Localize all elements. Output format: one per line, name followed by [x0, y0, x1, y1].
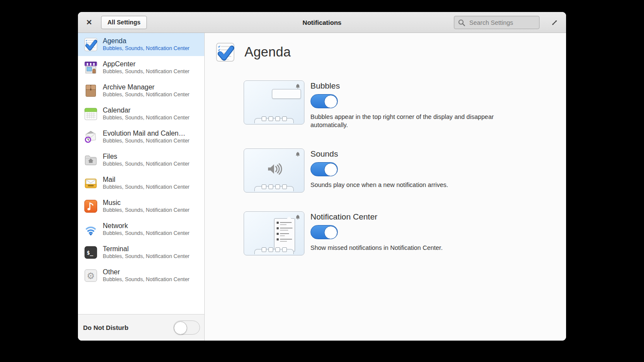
sidebar-item-other[interactable]: ⚙OtherBubbles, Sounds, Notification Cent…: [78, 264, 204, 287]
dock-shape: [244, 247, 304, 254]
app-notification-types: Bubbles, Sounds, Notification Center: [103, 45, 190, 52]
do-not-disturb-label: Do Not Disturb: [83, 324, 128, 331]
speaker-icon: [244, 162, 304, 176]
app-name: Music: [103, 199, 190, 207]
sidebar-item-calendar[interactable]: CalendarBubbles, Sounds, Notification Ce…: [78, 102, 204, 125]
app-name: Archive Manager: [103, 83, 190, 91]
app-name: Other: [103, 268, 190, 276]
desktop-background: { "window": { "title": "Notifications" }…: [0, 0, 644, 362]
search-input[interactable]: [454, 16, 540, 29]
section-title: Bubbles: [310, 81, 511, 91]
app-list: AgendaBubbles, Sounds, Notification Cent…: [78, 33, 204, 314]
sounds-toggle[interactable]: [310, 162, 338, 176]
sidebar-item-archive-manager[interactable]: Archive ManagerBubbles, Sounds, Notifica…: [78, 79, 204, 102]
sidebar-item-music[interactable]: MusicBubbles, Sounds, Notification Cente…: [78, 195, 204, 218]
bubbles-toggle[interactable]: [310, 94, 338, 108]
section-title: Notification Center: [310, 212, 443, 222]
section-title: Sounds: [310, 149, 448, 159]
app-entry-text: Evolution Mail and Calen…Bubbles, Sounds…: [103, 130, 190, 145]
sidebar-item-evolution-mail-and-calen[interactable]: Evolution Mail and Calen…Bubbles, Sounds…: [78, 125, 204, 148]
archive-app-icon: [83, 83, 98, 98]
section-sounds: SoundsSounds play once when a new notifi…: [244, 148, 553, 193]
bell-icon: [295, 151, 300, 156]
app-name: Network: [103, 222, 190, 230]
svg-text:$_: $_: [87, 249, 94, 256]
header-bar: ✕ All Settings Notifications: [78, 12, 566, 33]
sidebar-item-network[interactable]: NetworkBubbles, Sounds, Notification Cen…: [78, 218, 204, 241]
section-controls: Notification CenterShow missed notificat…: [310, 211, 443, 255]
app-notification-types: Bubbles, Sounds, Notification Center: [103, 276, 190, 283]
do-not-disturb-toggle[interactable]: [173, 320, 200, 335]
all-settings-button[interactable]: All Settings: [101, 16, 147, 29]
terminal-app-icon: $_: [83, 245, 98, 260]
sidebar-item-files[interactable]: FilesBubbles, Sounds, Notification Cente…: [78, 148, 204, 172]
app-name: AppCenter: [103, 60, 190, 68]
app-name: Terminal: [103, 245, 190, 253]
app-notification-types: Bubbles, Sounds, Notification Center: [103, 92, 190, 98]
app-entry-text: AgendaBubbles, Sounds, Notification Cent…: [103, 37, 190, 52]
section-notification-center: Notification CenterShow missed notificat…: [244, 211, 553, 255]
agenda-app-icon: [83, 37, 98, 52]
app-notification-types: Bubbles, Sounds, Notification Center: [103, 161, 190, 168]
agenda-app-icon-large: [215, 42, 236, 62]
bell-icon: [295, 83, 300, 88]
network-app-icon: [83, 222, 98, 237]
search-settings-field[interactable]: [468, 19, 536, 27]
other-app-icon: ⚙: [83, 268, 98, 283]
section-controls: SoundsSounds play once when a new notifi…: [310, 148, 448, 193]
app-notification-types: Bubbles, Sounds, Notification Center: [103, 68, 190, 75]
app-entry-text: Archive ManagerBubbles, Sounds, Notifica…: [103, 83, 190, 98]
sidebar-item-terminal[interactable]: $_TerminalBubbles, Sounds, Notification …: [78, 241, 204, 264]
app-entry-text: CalendarBubbles, Sounds, Notification Ce…: [103, 107, 190, 122]
section-description: Show missed notifications in Notificatio…: [310, 244, 443, 252]
app-notification-types: Bubbles, Sounds, Notification Center: [103, 253, 190, 260]
svg-text:⚙: ⚙: [87, 271, 95, 281]
toggle-knob: [324, 163, 337, 176]
sound-illustration: [244, 148, 304, 193]
toggle-knob: [324, 226, 337, 239]
search-icon: [458, 19, 465, 27]
section-description: Bubbles appear in the top right corner o…: [310, 113, 511, 130]
mail-app-icon: [83, 176, 98, 190]
app-entry-text: AppCenterBubbles, Sounds, Notification C…: [103, 60, 190, 75]
sidebar-item-agenda[interactable]: AgendaBubbles, Sounds, Notification Cent…: [78, 33, 204, 56]
toggle-knob: [174, 321, 187, 335]
app-name: Agenda: [103, 37, 190, 45]
resize-diagonal-icon[interactable]: [550, 18, 559, 27]
page-title: Agenda: [244, 45, 291, 60]
calendar-app-icon: [83, 107, 98, 121]
section-description: Sounds play once when a new notification…: [310, 181, 448, 189]
appcenter-app-icon: [83, 60, 98, 75]
close-icon[interactable]: ✕: [84, 12, 94, 33]
section-bubbles: BubblesBubbles appear in the top right c…: [244, 80, 553, 130]
app-notification-types: Bubbles, Sounds, Notification Center: [103, 115, 190, 122]
settings-sections: BubblesBubbles appear in the top right c…: [244, 80, 553, 274]
app-notification-types: Bubbles, Sounds, Notification Center: [103, 230, 190, 237]
app-name: Mail: [103, 176, 190, 184]
app-notification-types: Bubbles, Sounds, Notification Center: [103, 184, 190, 191]
app-entry-text: MailBubbles, Sounds, Notification Center: [103, 176, 190, 191]
music-app-icon: [83, 199, 98, 214]
settings-window: ✕ All Settings Notifications AgendaBubbl…: [78, 12, 566, 341]
notification-center-panel-shape: [274, 218, 295, 252]
notification-center-toggle[interactable]: [310, 225, 338, 239]
app-entry-text: MusicBubbles, Sounds, Notification Cente…: [103, 199, 190, 214]
dock-shape: [244, 184, 304, 191]
section-controls: BubblesBubbles appear in the top right c…: [310, 80, 511, 130]
app-entry-text: FilesBubbles, Sounds, Notification Cente…: [103, 153, 190, 168]
evolution-app-icon: [83, 130, 98, 144]
files-app-icon: [83, 153, 98, 167]
dock-shape: [244, 116, 304, 123]
app-notification-types: Bubbles, Sounds, Notification Center: [103, 207, 190, 214]
app-name: Evolution Mail and Calen…: [103, 130, 190, 137]
app-header: Agenda: [215, 42, 291, 62]
app-entry-text: TerminalBubbles, Sounds, Notification Ce…: [103, 245, 190, 260]
sidebar-item-mail[interactable]: MailBubbles, Sounds, Notification Center: [78, 172, 204, 195]
notification-settings-panel: Agenda BubblesBubbles appear in the top …: [205, 33, 566, 341]
list-illustration: [244, 211, 304, 255]
notification-bubble-shape: [272, 89, 301, 99]
app-sidebar: AgendaBubbles, Sounds, Notification Cent…: [78, 33, 205, 341]
bell-icon: [295, 214, 300, 219]
sidebar-item-appcenter[interactable]: AppCenterBubbles, Sounds, Notification C…: [78, 56, 204, 79]
do-not-disturb-row: Do Not Disturb: [78, 314, 204, 341]
